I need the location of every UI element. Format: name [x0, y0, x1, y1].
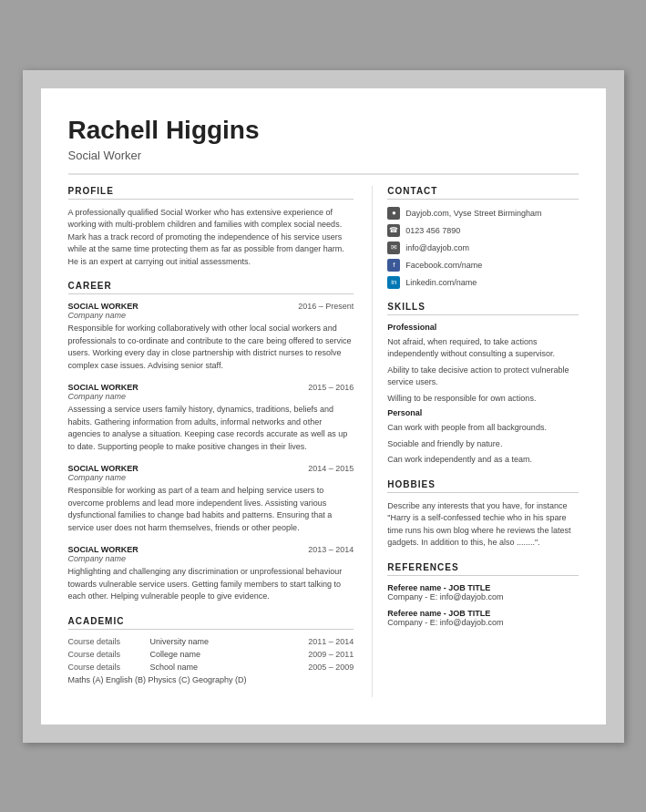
academic-title: ACADEMIC — [68, 616, 354, 630]
skills-title: SKILLS — [387, 302, 578, 315]
job-dates-4: 2013 – 2014 — [308, 545, 354, 554]
ref-entry-1: Referee name - JOB TITLE Company - E: in… — [387, 583, 578, 601]
academic-row-2: Course details College name 2009 – 2011 — [68, 650, 354, 659]
contact-email: ✉ info@dayjob.com — [387, 242, 578, 254]
company-2: Company name — [68, 392, 354, 401]
skills-personal-label: Personal — [387, 408, 578, 417]
academic-row-3: Course details School name 2005 – 2009 — [68, 663, 354, 672]
job-dates-1: 2016 – Present — [298, 302, 354, 311]
left-column: PROFILE A professionally qualified Socia… — [68, 186, 354, 697]
company-1: Company name — [68, 311, 354, 320]
academic-inst-2: College name — [150, 650, 309, 659]
job-title-4: SOCIAL WORKER — [68, 545, 138, 554]
contact-location: ● Dayjob.com, Vyse Street Birmingham — [387, 207, 578, 220]
ref-entry-2: Referee name - JOB TITLE Company - E: in… — [387, 609, 578, 627]
candidate-title: Social Worker — [68, 149, 579, 162]
skill-pro-1: Not afraid, when required, to take actio… — [387, 336, 578, 361]
ref-name-1: Referee name - JOB TITLE — [387, 583, 578, 592]
career-entry-3: SOCIAL WORKER 2014 – 2015 Company name R… — [68, 464, 354, 534]
academic-inst-3: School name — [150, 663, 309, 672]
job-desc-3: Responsible for working as part of a tea… — [68, 485, 354, 534]
location-icon: ● — [387, 207, 400, 220]
skill-per-3: Can work independently and as a team. — [387, 454, 578, 467]
contact-linkedin-text: Linkedin.com/name — [405, 278, 477, 287]
skills-section: SKILLS Professional Not afraid, when req… — [387, 302, 578, 467]
job-dates-3: 2014 – 2015 — [308, 464, 354, 473]
facebook-icon: f — [387, 259, 400, 272]
company-3: Company name — [68, 473, 354, 482]
academic-dates-1: 2011 – 2014 — [308, 637, 354, 646]
contact-phone-text: 0123 456 7890 — [405, 226, 460, 235]
academic-course-1: Course details — [68, 637, 150, 646]
references-section: REFERENCES Referee name - JOB TITLE Comp… — [387, 562, 578, 627]
resume-document: Rachell Higgins Social Worker PROFILE A … — [41, 88, 606, 725]
job-title-3: SOCIAL WORKER — [68, 464, 138, 473]
academic-dates-3: 2005 – 2009 — [308, 663, 354, 672]
contact-facebook-text: Facebook.com/name — [405, 261, 482, 270]
references-title: REFERENCES — [387, 562, 578, 576]
contact-phone: ☎ 0123 456 7890 — [387, 224, 578, 237]
profile-text: A professionally qualified Social Worker… — [68, 207, 354, 269]
right-column: CONTACT ● Dayjob.com, Vyse Street Birmin… — [372, 186, 578, 697]
skill-per-2: Sociable and friendly by nature. — [387, 438, 578, 451]
contact-location-text: Dayjob.com, Vyse Street Birmingham — [405, 209, 541, 218]
career-title: CAREER — [68, 281, 354, 294]
contact-facebook: f Facebook.com/name — [387, 259, 578, 272]
academic-section: ACADEMIC Course details University name … — [68, 616, 354, 684]
hobbies-text: Describe any interests that you have, fo… — [387, 500, 578, 550]
contact-email-text: info@dayjob.com — [405, 243, 469, 252]
gcse-row: Maths (A) English (B) Physics (C) Geogra… — [68, 675, 354, 684]
academic-row-1: Course details University name 2011 – 20… — [68, 637, 354, 646]
contact-linkedin: in Linkedin.com/name — [387, 276, 578, 289]
academic-course-2: Course details — [68, 650, 150, 659]
career-entry-2: SOCIAL WORKER 2015 – 2016 Company name A… — [68, 383, 354, 453]
academic-inst-1: University name — [150, 637, 309, 646]
page-wrapper: Rachell Higgins Social Worker PROFILE A … — [23, 70, 624, 743]
ref-name-2: Referee name - JOB TITLE — [387, 609, 578, 618]
resume-header: Rachell Higgins Social Worker — [68, 116, 579, 175]
skills-professional-label: Professional — [387, 323, 578, 332]
academic-course-3: Course details — [68, 663, 150, 672]
profile-title: PROFILE — [68, 186, 354, 200]
profile-section: PROFILE A professionally qualified Socia… — [68, 186, 354, 269]
job-title-2: SOCIAL WORKER — [68, 383, 138, 392]
email-icon: ✉ — [387, 242, 400, 254]
linkedin-icon: in — [387, 276, 400, 289]
career-section: CAREER SOCIAL WORKER 2016 – Present Comp… — [68, 281, 354, 603]
ref-company-2: Company - E: info@dayjob.com — [387, 618, 578, 627]
skill-pro-3: Willing to be responsible for own action… — [387, 393, 578, 406]
hobbies-section: HOBBIES Describe any interests that you … — [387, 479, 578, 550]
academic-dates-2: 2009 – 2011 — [308, 650, 354, 659]
hobbies-title: HOBBIES — [387, 479, 578, 493]
resume-body: PROFILE A professionally qualified Socia… — [68, 186, 579, 697]
contact-section: CONTACT ● Dayjob.com, Vyse Street Birmin… — [387, 186, 578, 289]
contact-title: CONTACT — [387, 186, 578, 200]
skill-per-1: Can work with people from all background… — [387, 422, 578, 435]
phone-icon: ☎ — [387, 224, 400, 237]
skill-pro-2: Ability to take decisive action to prote… — [387, 365, 578, 389]
career-entry-1: SOCIAL WORKER 2016 – Present Company nam… — [68, 302, 354, 372]
job-desc-1: Responsible for working collaboratively … — [68, 323, 354, 372]
ref-company-1: Company - E: info@dayjob.com — [387, 592, 578, 601]
job-dates-2: 2015 – 2016 — [308, 383, 354, 392]
company-4: Company name — [68, 554, 354, 563]
job-desc-2: Assessing a service users family history… — [68, 404, 354, 453]
job-title-1: SOCIAL WORKER — [68, 302, 138, 311]
career-entry-4: SOCIAL WORKER 2013 – 2014 Company name H… — [68, 545, 354, 603]
candidate-name: Rachell Higgins — [68, 116, 579, 145]
job-desc-4: Highlighting and challenging any discrim… — [68, 566, 354, 603]
